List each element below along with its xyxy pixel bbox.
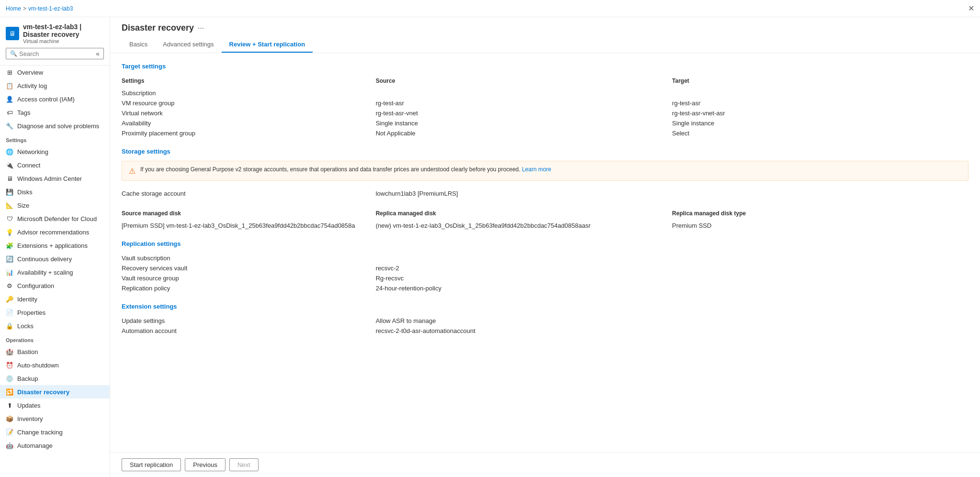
search-box[interactable]: 🔍 « xyxy=(6,48,104,59)
sidebar-item-extensions[interactable]: 🧩Extensions + applications xyxy=(0,239,110,252)
inventory-icon: 📦 xyxy=(6,415,13,422)
target-settings-table: Settings Source Target SubscriptionVM re… xyxy=(122,76,969,138)
previous-button[interactable]: Previous xyxy=(185,458,225,471)
target-settings-cell-source: rg-test-asr xyxy=(376,98,672,108)
sidebar-item-defender[interactable]: 🛡Microsoft Defender for Cloud xyxy=(0,212,110,225)
target-settings-cell-setting: Subscription xyxy=(122,88,376,98)
breadcrumb: Home > vm-test-1-ez-lab3 xyxy=(6,5,73,12)
sidebar-item-continuous-delivery[interactable]: 🔄Continuous delivery xyxy=(0,252,110,266)
search-icon: 🔍 xyxy=(10,50,17,57)
sidebar-item-disaster-recovery[interactable]: 🔁Disaster recovery xyxy=(0,385,110,399)
collapse-button[interactable]: « xyxy=(96,50,100,57)
target-settings-cell-source: Not Applicable xyxy=(376,128,672,138)
activity-log-icon: 📋 xyxy=(6,82,13,89)
sidebar-item-updates[interactable]: ⬆Updates xyxy=(0,399,110,412)
sidebar-item-configuration[interactable]: ⚙Configuration xyxy=(0,279,110,292)
sidebar-item-access-control[interactable]: 👤Access control (IAM) xyxy=(0,92,110,106)
networking-icon: 🌐 xyxy=(6,148,13,155)
footer-bar: Start replication Previous Next xyxy=(110,452,980,477)
repl-setting-label: Recovery services vault xyxy=(122,263,376,273)
close-button[interactable]: ✕ xyxy=(968,4,974,13)
table-row: Vault resource groupRg-recsvc xyxy=(122,273,969,283)
sidebar-item-windows-admin[interactable]: 🖥Windows Admin Center xyxy=(0,172,110,185)
replication-settings-title: Replication settings xyxy=(122,240,969,247)
disk-type-value: Premium SSD xyxy=(672,221,969,231)
col-header-target: Target xyxy=(672,76,969,88)
tab-basics[interactable]: Basics xyxy=(122,37,155,53)
sidebar-item-label-configuration: Configuration xyxy=(17,282,54,289)
sidebar-item-disks[interactable]: 💾Disks xyxy=(0,185,110,199)
disk-col-source: Source managed disk xyxy=(122,208,376,221)
sidebar-item-bastion[interactable]: 🏰Bastion xyxy=(0,345,110,358)
sidebar-item-inventory[interactable]: 📦Inventory xyxy=(0,412,110,425)
availability-icon: 📊 xyxy=(6,268,13,276)
sidebar-item-change-tracking[interactable]: 📝Change tracking xyxy=(0,425,110,439)
more-button[interactable]: ··· xyxy=(198,24,204,33)
sidebar-item-locks[interactable]: 🔒Locks xyxy=(0,319,110,333)
sidebar-item-properties[interactable]: 📄Properties xyxy=(0,306,110,319)
repl-setting-value: 24-hour-retention-policy xyxy=(376,283,969,293)
sidebar-item-automanage[interactable]: 🤖Automanage xyxy=(0,439,110,452)
start-replication-button[interactable]: Start replication xyxy=(122,458,181,471)
search-input[interactable] xyxy=(19,50,96,57)
target-settings-cell-target: Single instance xyxy=(672,118,969,128)
sidebar-item-overview[interactable]: ⊞Overview xyxy=(0,66,110,79)
ext-setting-value: Allow ASR to manage xyxy=(376,316,969,326)
sidebar-item-label-identity: Identity xyxy=(17,296,37,303)
sidebar-item-activity-log[interactable]: 📋Activity log xyxy=(0,79,110,92)
breadcrumb-resource[interactable]: vm-test-1-ez-lab3 xyxy=(28,5,73,12)
tabs: BasicsAdvanced settingsReview + Start re… xyxy=(122,37,969,53)
automanage-icon: 🤖 xyxy=(6,442,13,449)
ext-setting-value: recsvc-2-t0d-asr-automationaccount xyxy=(376,326,969,336)
sidebar-item-label-access-control: Access control (IAM) xyxy=(17,96,75,103)
sidebar-item-identity[interactable]: 🔑Identity xyxy=(0,292,110,306)
tab-review-start[interactable]: Review + Start replication xyxy=(222,37,313,53)
configuration-icon: ⚙ xyxy=(6,282,13,289)
repl-setting-value: recsvc-2 xyxy=(376,263,969,273)
table-row: Update settingsAllow ASR to manage xyxy=(122,316,969,326)
sidebar-item-networking[interactable]: 🌐Networking xyxy=(0,145,110,158)
main-layout: 🖥 vm-test-1-ez-lab3 | Disaster recovery … xyxy=(0,17,980,477)
sidebar-item-availability[interactable]: 📊Availability + scaling xyxy=(0,266,110,279)
target-settings-cell-setting: VM resource group xyxy=(122,98,376,108)
tab-advanced-settings[interactable]: Advanced settings xyxy=(155,37,221,53)
extensions-icon: 🧩 xyxy=(6,242,13,249)
sidebar-item-label-availability: Availability + scaling xyxy=(17,269,73,276)
target-settings-cell-setting: Availability xyxy=(122,118,376,128)
sidebar-item-label-overview: Overview xyxy=(17,69,43,76)
target-settings-cell-target: rg-test-asr xyxy=(672,98,969,108)
sidebar-item-label-diagnose: Diagnose and solve problems xyxy=(17,122,99,130)
sidebar-item-label-backup: Backup xyxy=(17,375,38,382)
sidebar-item-diagnose[interactable]: 🔧Diagnose and solve problems xyxy=(0,119,110,133)
table-row: Vault subscription xyxy=(122,253,969,263)
sidebar-item-label-properties: Properties xyxy=(17,309,45,316)
next-button[interactable]: Next xyxy=(229,458,259,471)
repl-setting-value: Rg-recsvc xyxy=(376,273,969,283)
sidebar-item-auto-shutdown[interactable]: ⏰Auto-shutdown xyxy=(0,358,110,372)
properties-icon: 📄 xyxy=(6,309,13,316)
continuous-delivery-icon: 🔄 xyxy=(6,255,13,263)
sidebar-item-tags[interactable]: 🏷Tags xyxy=(0,106,110,119)
target-settings-cell-setting: Proximity placement group xyxy=(122,128,376,138)
breadcrumb-home[interactable]: Home xyxy=(6,5,21,12)
learn-more-link[interactable]: Learn more xyxy=(522,166,551,173)
sidebar-item-label-inventory: Inventory xyxy=(17,415,43,422)
page-title-row: Disaster recovery ··· xyxy=(122,23,969,33)
tags-icon: 🏷 xyxy=(6,109,13,116)
sidebar-item-connect[interactable]: 🔌Connect xyxy=(0,158,110,172)
replication-settings-table: Vault subscriptionRecovery services vaul… xyxy=(122,253,969,293)
windows-admin-icon: 🖥 xyxy=(6,175,13,182)
sidebar-item-backup[interactable]: 💿Backup xyxy=(0,372,110,385)
sidebar-item-label-networking: Networking xyxy=(17,148,48,155)
extension-settings-table: Update settingsAllow ASR to manageAutoma… xyxy=(122,316,969,336)
resource-type: Virtual machine xyxy=(23,38,104,44)
sidebar-item-advisor[interactable]: 💡Advisor recommendations xyxy=(0,225,110,239)
storage-settings-title: Storage settings xyxy=(122,148,969,155)
warning-box: ⚠ If you are choosing General Purpose v2… xyxy=(122,161,969,181)
target-settings-cell-source xyxy=(376,88,672,98)
sidebar-item-label-bastion: Bastion xyxy=(17,348,38,355)
table-row: VM resource grouprg-test-asrrg-test-asr xyxy=(122,98,969,108)
table-row: Subscription xyxy=(122,88,969,98)
sidebar-item-label-updates: Updates xyxy=(17,402,40,409)
sidebar-item-size[interactable]: 📐Size xyxy=(0,199,110,212)
